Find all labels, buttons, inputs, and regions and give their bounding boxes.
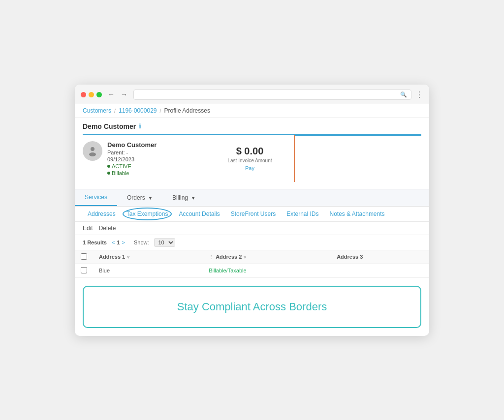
delete-button[interactable]: Delete	[99, 225, 116, 232]
current-page: 1	[117, 240, 120, 245]
table-row: Blue Billable/Taxable	[75, 264, 429, 277]
customer-parent: Parent: -	[107, 150, 157, 155]
select-all-header	[75, 250, 93, 264]
row-address1: Blue	[93, 264, 203, 277]
back-button[interactable]: ←	[106, 90, 117, 99]
right-section	[295, 135, 422, 182]
breadcrumb-customers[interactable]: Customers	[83, 107, 111, 114]
pagination: < 1 >	[112, 240, 125, 245]
orders-chevron-icon: ▼	[148, 196, 153, 201]
billable-taxable-badge: Billable/Taxable	[209, 268, 246, 273]
breadcrumb-sep-1: /	[114, 108, 116, 114]
active-dot	[107, 165, 110, 168]
sub-nav: Addresses Tax Exemptions Account Details…	[75, 207, 429, 222]
row-address3	[331, 264, 429, 277]
sub-nav-external-ids[interactable]: External IDs	[282, 207, 323, 221]
badge-active: ACTIVE	[107, 163, 157, 169]
sub-nav-account-details[interactable]: Account Details	[174, 207, 224, 221]
pay-link[interactable]: Pay	[245, 165, 254, 171]
results-count: 1 Results	[83, 240, 107, 245]
nav-buttons: ← →	[106, 90, 129, 99]
address2-resize-icon[interactable]: ⋮	[209, 254, 214, 260]
prev-page-button[interactable]: <	[112, 240, 115, 245]
main-nav-services[interactable]: Services	[75, 189, 117, 206]
browser-menu-icon[interactable]: ⋮	[415, 90, 423, 99]
maximize-button[interactable]	[96, 92, 102, 97]
sub-nav-addresses[interactable]: Addresses	[83, 207, 121, 221]
show-label: Show:	[134, 240, 149, 245]
main-nav-billing[interactable]: Billing ▼	[162, 190, 205, 206]
promo-banner: Stay Compliant Across Borders	[83, 286, 421, 328]
forward-button[interactable]: →	[119, 90, 129, 99]
sub-nav-tax-exemptions[interactable]: Tax Exemptions	[122, 207, 173, 221]
col-address2: ⋮ Address 2 ▿	[203, 250, 331, 264]
sub-nav-notes-attachments[interactable]: Notes & Attachments	[325, 207, 390, 221]
results-bar: 1 Results < 1 > Show: 10 25 50	[75, 235, 429, 250]
row-address2: Billable/Taxable	[203, 264, 331, 277]
promo-text: Stay Compliant Across Borders	[177, 300, 327, 313]
table-header-row: Address 1 ▿ ⋮ Address 2 ▿ Address 3	[75, 250, 429, 264]
close-button[interactable]	[81, 92, 86, 97]
address-bar[interactable]: 🔍	[133, 90, 411, 100]
breadcrumb-sep-2: /	[160, 108, 161, 114]
breadcrumb-account-id[interactable]: 1196-0000029	[119, 107, 157, 114]
row-checkbox[interactable]	[81, 267, 87, 273]
main-nav-orders[interactable]: Orders ▼	[117, 190, 162, 206]
invoice-label: Last Invoice Amount	[227, 158, 272, 163]
show-select[interactable]: 10 25 50	[154, 238, 175, 247]
row-checkbox-cell	[75, 264, 93, 277]
col-address3: Address 3	[331, 250, 429, 264]
customer-title: Demo Customer	[83, 122, 136, 130]
svg-point-1	[89, 152, 96, 156]
customer-info-section: Demo Customer Parent: - 09/12/2023 ACTIV…	[83, 135, 206, 182]
badge-billable: Billable	[107, 170, 157, 176]
next-page-button[interactable]: >	[122, 240, 125, 245]
customer-date: 09/12/2023	[107, 156, 157, 162]
browser-window: ← → 🔍 ⋮ Customers / 1196-0000029 / Profi…	[75, 85, 429, 336]
action-bar: Edit Delete	[75, 222, 429, 235]
edit-button[interactable]: Edit	[83, 225, 93, 232]
minimize-button[interactable]	[89, 92, 94, 97]
data-table: Address 1 ▿ ⋮ Address 2 ▿ Address 3	[75, 250, 429, 278]
invoice-section: $ 0.00 Last Invoice Amount Pay	[206, 135, 295, 182]
breadcrumb: Customers / 1196-0000029 / Profile Addre…	[75, 104, 429, 118]
sub-nav-storefront-users[interactable]: StoreFront Users	[226, 207, 281, 221]
info-icon[interactable]: ℹ	[139, 122, 141, 130]
select-all-checkbox[interactable]	[81, 253, 87, 260]
traffic-lights	[81, 92, 102, 97]
browser-chrome: ← → 🔍 ⋮	[75, 85, 429, 104]
breadcrumb-profile-addresses: Profile Addresses	[164, 107, 210, 114]
address1-filter-icon[interactable]: ▿	[127, 254, 129, 260]
col-address1: Address 1 ▿	[93, 250, 203, 264]
customer-details: Demo Customer Parent: - 09/12/2023 ACTIV…	[107, 141, 157, 176]
billing-chevron-icon: ▼	[191, 196, 195, 201]
search-icon: 🔍	[400, 91, 407, 98]
main-nav: Services Orders ▼ Billing ▼	[75, 189, 429, 207]
billable-dot	[107, 172, 110, 175]
customer-title-row: Demo Customer ℹ	[83, 122, 421, 130]
address2-filter-icon[interactable]: ▿	[244, 254, 246, 260]
avatar	[83, 141, 102, 161]
customer-card: Demo Customer Parent: - 09/12/2023 ACTIV…	[83, 134, 421, 182]
invoice-amount: $ 0.00	[236, 146, 264, 157]
customer-name: Demo Customer	[107, 141, 157, 149]
svg-point-0	[91, 147, 94, 151]
customer-header: Demo Customer ℹ Demo Customer Parent: - …	[75, 118, 429, 189]
